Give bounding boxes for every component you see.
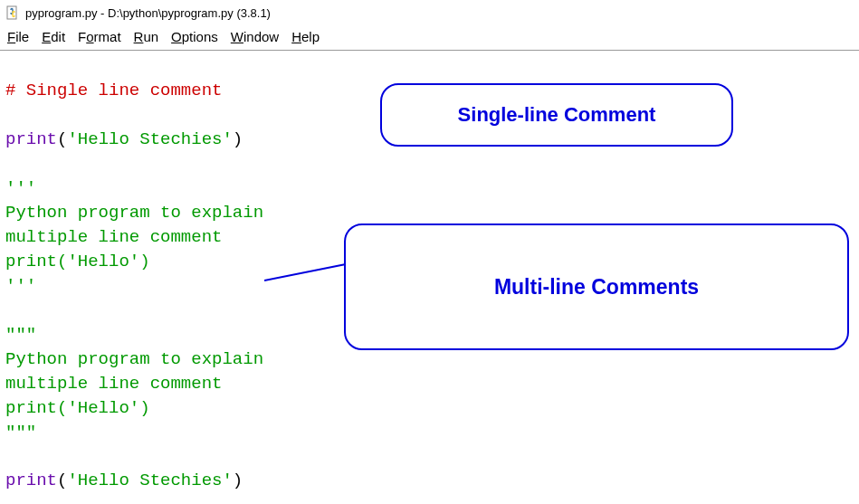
- code-line: print('Hello'): [5, 252, 150, 271]
- window-title: pyprogram.py - D:\python\pyprogram.py (3…: [25, 6, 271, 20]
- menu-edit[interactable]: Edit: [42, 29, 65, 44]
- code-token: ): [233, 129, 243, 149]
- code-token: 'Hello Stechies': [67, 129, 232, 149]
- code-line: """: [5, 325, 36, 345]
- titlebar: pyprogram.py - D:\python\pyprogram.py (3…: [0, 0, 859, 25]
- menu-format[interactable]: Format: [78, 29, 121, 44]
- code-line: """: [5, 423, 36, 442]
- code-line: multiple line comment: [5, 374, 222, 394]
- code-line: Python program to explain: [5, 203, 263, 223]
- code-token: print: [5, 129, 57, 149]
- code-token: (: [57, 129, 67, 149]
- menubar: File Edit Format Run Options Window Help: [0, 25, 859, 51]
- code-token: (: [57, 471, 67, 490]
- callout-multi-line: Multi-line Comments: [344, 223, 849, 350]
- code-token: print: [5, 471, 57, 490]
- code-line: # Single line comment: [5, 81, 222, 100]
- menu-options[interactable]: Options: [171, 29, 218, 44]
- menu-help[interactable]: Help: [291, 29, 320, 44]
- callout-label: Multi-line Comments: [494, 275, 699, 300]
- code-line: ''': [5, 276, 36, 296]
- menu-run[interactable]: Run: [134, 29, 159, 44]
- code-line: print('Hello'): [5, 398, 150, 418]
- callout-label: Single-line Comment: [458, 103, 656, 127]
- code-token: 'Hello Stechies': [67, 471, 232, 490]
- menu-window[interactable]: Window: [231, 29, 279, 44]
- python-file-icon: [5, 5, 20, 20]
- code-line: Python program to explain: [5, 349, 263, 369]
- callout-single-line: Single-line Comment: [380, 83, 733, 147]
- code-line: multiple line comment: [5, 227, 222, 247]
- menu-file[interactable]: File: [7, 29, 29, 44]
- callout-tail-icon: [264, 262, 355, 299]
- code-token: ): [233, 471, 243, 490]
- code-line: ''': [5, 178, 36, 198]
